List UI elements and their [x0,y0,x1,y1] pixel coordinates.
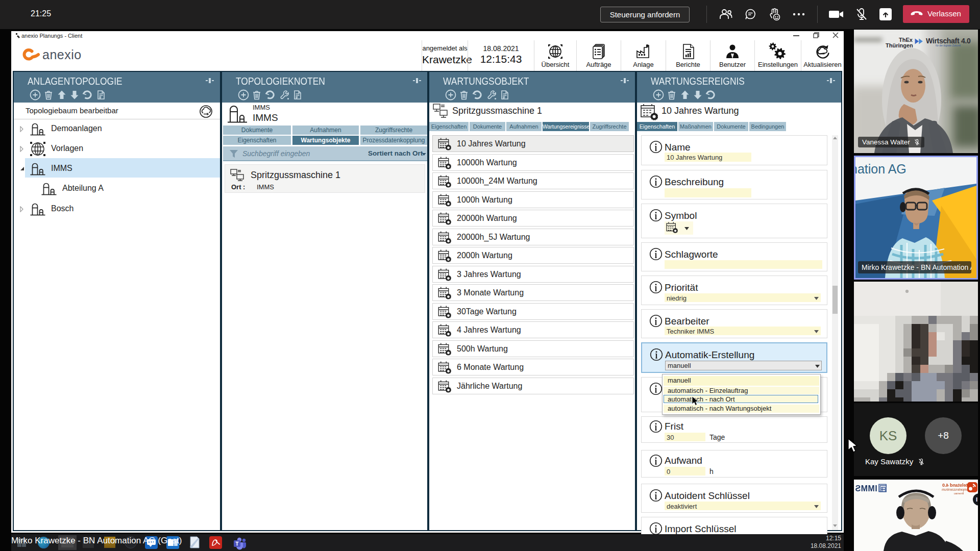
svg-text:anexio: anexio [42,48,82,62]
svg-text:nation AG: nation AG [855,162,906,176]
